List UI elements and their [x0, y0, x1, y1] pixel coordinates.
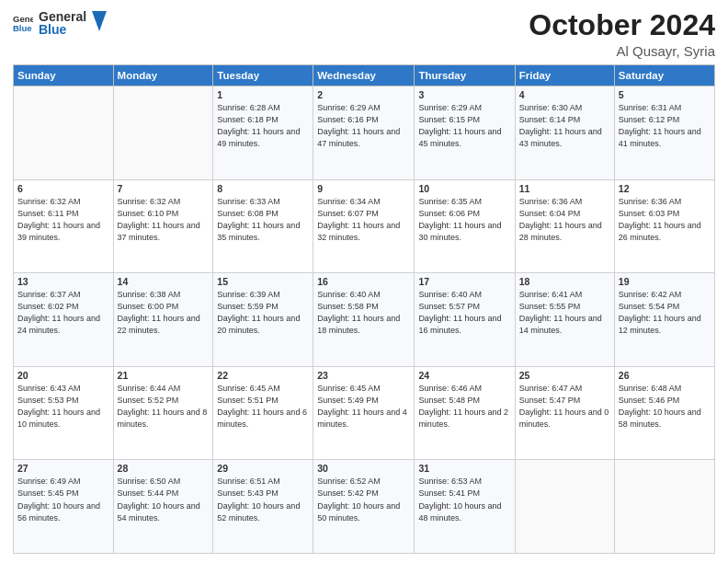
cell-1-6: 4Sunrise: 6:30 AMSunset: 6:14 PMDaylight…	[515, 86, 614, 180]
cell-1-1	[14, 86, 114, 180]
cell-5-3: 29Sunrise: 6:51 AMSunset: 5:43 PMDayligh…	[213, 460, 313, 554]
cell-content: Sunrise: 6:29 AMSunset: 6:16 PMDaylight:…	[317, 102, 410, 150]
day-number: 24	[418, 370, 510, 381]
cell-content: Sunrise: 6:43 AMSunset: 5:53 PMDaylight:…	[17, 383, 109, 431]
cell-content: Sunrise: 6:37 AMSunset: 6:02 PMDaylight:…	[17, 289, 109, 337]
cell-5-6	[515, 460, 614, 554]
svg-marker-3	[92, 11, 107, 31]
cell-content: Sunrise: 6:46 AMSunset: 5:48 PMDaylight:…	[418, 383, 510, 431]
day-number: 6	[17, 183, 109, 194]
day-number: 14	[118, 276, 210, 287]
cell-content: Sunrise: 6:49 AMSunset: 5:45 PMDaylight:…	[17, 476, 109, 523]
logo-triangle-icon	[92, 11, 107, 31]
cell-content: Sunrise: 6:44 AMSunset: 5:52 PMDaylight:…	[118, 383, 210, 431]
logo-icon: General Blue	[13, 13, 33, 33]
day-number: 26	[619, 370, 711, 381]
day-number: 2	[317, 89, 410, 100]
day-number: 10	[418, 183, 510, 194]
cell-content: Sunrise: 6:34 AMSunset: 6:07 PMDaylight:…	[317, 196, 410, 244]
cell-3-6: 18Sunrise: 6:41 AMSunset: 5:55 PMDayligh…	[515, 273, 614, 367]
day-number: 17	[418, 276, 510, 287]
week-row-3: 13Sunrise: 6:37 AMSunset: 6:02 PMDayligh…	[14, 273, 715, 367]
day-number: 1	[217, 89, 309, 100]
cell-content: Sunrise: 6:40 AMSunset: 5:57 PMDaylight:…	[418, 289, 510, 337]
header: General Blue General Blue October 2024 A…	[13, 9, 715, 59]
cell-5-5: 31Sunrise: 6:53 AMSunset: 5:41 PMDayligh…	[415, 460, 515, 554]
day-number: 21	[118, 370, 210, 381]
cell-content: Sunrise: 6:53 AMSunset: 5:41 PMDaylight:…	[418, 476, 510, 523]
logo-blue: Blue	[39, 22, 86, 37]
day-number: 23	[317, 370, 410, 381]
cell-5-4: 30Sunrise: 6:52 AMSunset: 5:42 PMDayligh…	[313, 460, 415, 554]
logo: General Blue General Blue	[13, 9, 107, 37]
week-row-4: 20Sunrise: 6:43 AMSunset: 5:53 PMDayligh…	[14, 366, 715, 460]
day-number: 7	[118, 183, 210, 194]
cell-4-4: 23Sunrise: 6:45 AMSunset: 5:49 PMDayligh…	[313, 366, 415, 460]
day-number: 19	[619, 276, 711, 287]
cell-3-4: 16Sunrise: 6:40 AMSunset: 5:58 PMDayligh…	[313, 273, 415, 367]
logo-text-block: General Blue	[39, 9, 86, 37]
day-number: 31	[418, 463, 510, 474]
cell-4-6: 25Sunrise: 6:47 AMSunset: 5:47 PMDayligh…	[515, 366, 614, 460]
cell-3-7: 19Sunrise: 6:42 AMSunset: 5:54 PMDayligh…	[614, 273, 714, 367]
cell-content: Sunrise: 6:45 AMSunset: 5:51 PMDaylight:…	[217, 383, 309, 431]
cell-content: Sunrise: 6:41 AMSunset: 5:55 PMDaylight:…	[519, 289, 610, 337]
day-number: 5	[619, 89, 711, 100]
day-number: 12	[619, 183, 711, 194]
cell-content: Sunrise: 6:33 AMSunset: 6:08 PMDaylight:…	[217, 196, 309, 244]
col-friday: Friday	[515, 65, 614, 86]
cell-content: Sunrise: 6:40 AMSunset: 5:58 PMDaylight:…	[317, 289, 410, 337]
col-thursday: Thursday	[415, 65, 515, 86]
cell-content: Sunrise: 6:47 AMSunset: 5:47 PMDaylight:…	[519, 383, 610, 431]
cell-2-1: 6Sunrise: 6:32 AMSunset: 6:11 PMDaylight…	[14, 179, 114, 273]
svg-text:Blue: Blue	[13, 23, 32, 33]
day-number: 9	[317, 183, 410, 194]
col-tuesday: Tuesday	[213, 65, 313, 86]
cell-content: Sunrise: 6:39 AMSunset: 5:59 PMDaylight:…	[217, 289, 309, 337]
day-number: 3	[418, 89, 510, 100]
day-number: 4	[519, 89, 610, 100]
cell-content: Sunrise: 6:35 AMSunset: 6:06 PMDaylight:…	[418, 196, 510, 244]
week-row-5: 27Sunrise: 6:49 AMSunset: 5:45 PMDayligh…	[14, 460, 715, 554]
cell-1-4: 2Sunrise: 6:29 AMSunset: 6:16 PMDaylight…	[313, 86, 415, 180]
cell-content: Sunrise: 6:36 AMSunset: 6:04 PMDaylight:…	[519, 196, 610, 244]
cell-1-5: 3Sunrise: 6:29 AMSunset: 6:15 PMDaylight…	[415, 86, 515, 180]
cell-1-3: 1Sunrise: 6:28 AMSunset: 6:18 PMDaylight…	[213, 86, 313, 180]
day-number: 29	[217, 463, 309, 474]
cell-content: Sunrise: 6:31 AMSunset: 6:12 PMDaylight:…	[619, 102, 711, 150]
cell-3-3: 15Sunrise: 6:39 AMSunset: 5:59 PMDayligh…	[213, 273, 313, 367]
day-number: 30	[317, 463, 410, 474]
cell-content: Sunrise: 6:36 AMSunset: 6:03 PMDaylight:…	[619, 196, 711, 244]
day-number: 13	[17, 276, 109, 287]
cell-2-2: 7Sunrise: 6:32 AMSunset: 6:10 PMDaylight…	[113, 179, 213, 273]
col-saturday: Saturday	[614, 65, 714, 86]
day-number: 22	[217, 370, 309, 381]
cell-2-7: 12Sunrise: 6:36 AMSunset: 6:03 PMDayligh…	[614, 179, 714, 273]
cell-content: Sunrise: 6:51 AMSunset: 5:43 PMDaylight:…	[217, 476, 309, 523]
cell-1-7: 5Sunrise: 6:31 AMSunset: 6:12 PMDaylight…	[614, 86, 714, 180]
cell-3-1: 13Sunrise: 6:37 AMSunset: 6:02 PMDayligh…	[14, 273, 114, 367]
day-number: 15	[217, 276, 309, 287]
week-row-2: 6Sunrise: 6:32 AMSunset: 6:11 PMDaylight…	[14, 179, 715, 273]
location-title: Al Qusayr, Syria	[529, 43, 715, 59]
cell-content: Sunrise: 6:29 AMSunset: 6:15 PMDaylight:…	[418, 102, 510, 150]
cell-2-4: 9Sunrise: 6:34 AMSunset: 6:07 PMDaylight…	[313, 179, 415, 273]
cell-content: Sunrise: 6:32 AMSunset: 6:11 PMDaylight:…	[17, 196, 109, 244]
day-number: 11	[519, 183, 610, 194]
header-row: Sunday Monday Tuesday Wednesday Thursday…	[14, 65, 715, 86]
cell-content: Sunrise: 6:50 AMSunset: 5:44 PMDaylight:…	[118, 476, 210, 523]
cell-content: Sunrise: 6:38 AMSunset: 6:00 PMDaylight:…	[118, 289, 210, 337]
cell-5-2: 28Sunrise: 6:50 AMSunset: 5:44 PMDayligh…	[113, 460, 213, 554]
cell-4-2: 21Sunrise: 6:44 AMSunset: 5:52 PMDayligh…	[113, 366, 213, 460]
cell-4-5: 24Sunrise: 6:46 AMSunset: 5:48 PMDayligh…	[415, 366, 515, 460]
day-number: 8	[217, 183, 309, 194]
title-block: October 2024 Al Qusayr, Syria	[529, 9, 715, 59]
cell-content: Sunrise: 6:45 AMSunset: 5:49 PMDaylight:…	[317, 383, 410, 431]
cell-3-5: 17Sunrise: 6:40 AMSunset: 5:57 PMDayligh…	[415, 273, 515, 367]
day-number: 25	[519, 370, 610, 381]
cell-content: Sunrise: 6:30 AMSunset: 6:14 PMDaylight:…	[519, 102, 610, 150]
calendar-table: Sunday Monday Tuesday Wednesday Thursday…	[13, 64, 715, 554]
day-number: 18	[519, 276, 610, 287]
col-wednesday: Wednesday	[313, 65, 415, 86]
day-number: 16	[317, 276, 410, 287]
